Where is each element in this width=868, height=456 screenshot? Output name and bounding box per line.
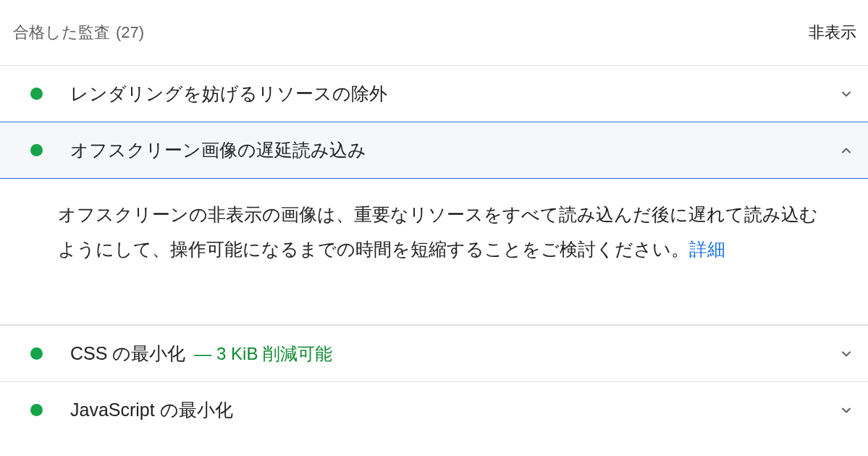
audit-title-text: オフスクリーン画像の遅延読み込み (70, 138, 366, 162)
pass-status-icon (30, 144, 43, 156)
pass-status-icon (30, 347, 43, 360)
chevron-down-icon (839, 347, 854, 361)
chevron-down-icon (839, 87, 854, 101)
audit-title: CSS の最小化 — 3 KiB 削減可能 (70, 342, 839, 366)
audit-title-text: CSS の最小化 (70, 342, 185, 366)
hide-toggle[interactable]: 非表示 (809, 22, 856, 43)
header-title: 合格した監査 (13, 22, 110, 43)
audit-detail-text: 3 KiB 削減可能 (216, 344, 332, 363)
chevron-up-icon (839, 143, 854, 158)
header-title-wrap: 合格した監査 (27) (13, 22, 144, 43)
audit-row-offscreen-images[interactable]: オフスクリーン画像の遅延読み込み (0, 122, 868, 179)
chevron-down-icon (839, 403, 854, 418)
audit-title-text: レンダリングを妨げるリソースの除外 (70, 82, 387, 106)
audit-row-css-minify[interactable]: CSS の最小化 — 3 KiB 削減可能 (0, 325, 868, 381)
audit-description: オフスクリーンの非表示の画像は、重要なリソースをすべて読み込んだ後に遅れて読み込… (0, 179, 868, 325)
audit-detail: — 3 KiB 削減可能 (194, 342, 332, 366)
audit-title: レンダリングを妨げるリソースの除外 (70, 82, 839, 106)
pass-status-icon (30, 88, 43, 100)
passed-audits-header[interactable]: 合格した監査 (27) 非表示 (0, 0, 868, 65)
audit-row-render-blocking[interactable]: レンダリングを妨げるリソースの除外 (0, 65, 868, 122)
audit-title: JavaScript の最小化 (70, 398, 839, 422)
audit-row-js-minify[interactable]: JavaScript の最小化 (0, 381, 868, 438)
learn-more-link[interactable]: 詳細 (689, 239, 725, 259)
audit-title: オフスクリーン画像の遅延読み込み (70, 138, 839, 162)
audit-title-text: JavaScript の最小化 (70, 398, 233, 422)
pass-status-icon (30, 404, 43, 416)
header-count: (27) (116, 23, 144, 42)
